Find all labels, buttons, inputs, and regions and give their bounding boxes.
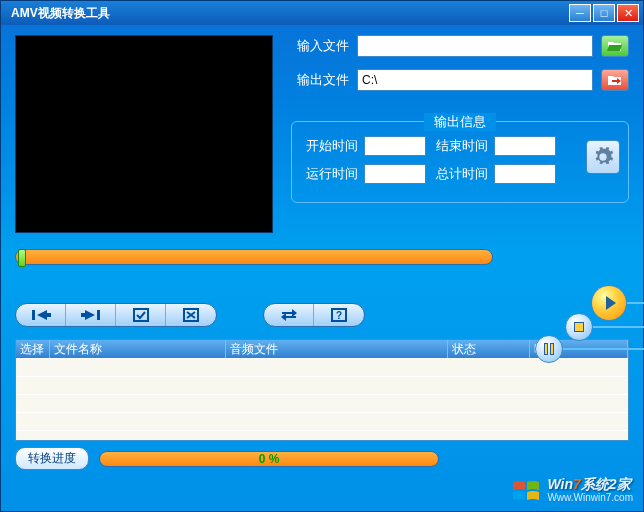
windows-logo-icon [511,479,541,501]
output-info-title: 输出信息 [424,113,496,131]
app-window: AMV视频转换工具 ─ □ ✕ 输入文件 输出文件 [0,0,644,512]
maximize-button[interactable]: □ [593,4,615,22]
stop-icon [574,322,584,332]
window-title: AMV视频转换工具 [11,5,569,22]
content-area: 输入文件 输出文件 输出信息 开始时间 [1,25,643,511]
pause-button[interactable] [535,335,563,363]
info-row-2: 运行时间 总计时间 [302,164,618,184]
folder-arrow-icon [607,74,623,86]
mark-start-button[interactable] [16,304,66,326]
output-file-row: 输出文件 [291,69,629,91]
run-time-label: 运行时间 [302,165,358,183]
browse-input-button[interactable] [601,35,629,57]
action-group: ? [263,303,365,327]
input-file-field[interactable] [357,35,593,57]
browse-output-button[interactable] [601,69,629,91]
play-icon [606,296,616,310]
settings-button[interactable] [586,140,620,174]
help-button[interactable]: ? [314,304,364,326]
mark-end-button[interactable] [66,304,116,326]
end-time-label: 结束时间 [432,137,488,155]
output-info-box: 输出信息 开始时间 结束时间 运行时间 总计时间 [291,121,629,203]
x-box-icon [183,308,199,322]
video-preview [15,35,273,233]
info-row-1: 开始时间 结束时间 [302,136,618,156]
progress-percent: 0 % [259,452,280,466]
uncheck-button[interactable] [166,304,216,326]
output-file-field[interactable] [357,69,593,91]
playback-cluster [525,283,644,363]
decor-line [591,326,644,328]
stop-button[interactable] [565,313,593,341]
top-row: 输入文件 输出文件 输出信息 开始时间 [15,35,629,233]
gear-icon [592,146,614,168]
seek-handle[interactable] [18,249,26,267]
watermark-line2: Www.Winwin7.com [547,492,633,503]
decor-line [561,348,644,350]
minimize-button[interactable]: ─ [569,4,591,22]
input-file-row: 输入文件 [291,35,629,57]
svg-rect-1 [97,310,100,320]
bottom-row: 转换进度 0 % [15,447,629,470]
convert-button[interactable] [264,304,314,326]
col-filename[interactable]: 文件名称 [50,340,226,358]
start-marker-icon [31,309,51,321]
start-time-field[interactable] [364,136,426,156]
watermark-line1: Win7系统2家 [547,477,633,492]
input-file-label: 输入文件 [291,37,349,55]
decor-line [625,302,644,304]
folder-open-icon [607,40,623,52]
total-time-field[interactable] [494,164,556,184]
pause-icon [544,343,554,355]
check-box-icon [133,308,149,322]
mark-group [15,303,217,327]
seek-bar[interactable] [15,249,493,265]
col-audio[interactable]: 音频文件 [226,340,448,358]
end-time-field[interactable] [494,136,556,156]
check-button[interactable] [116,304,166,326]
play-button[interactable] [591,285,627,321]
col-status[interactable]: 状态 [448,340,530,358]
progress-label: 转换进度 [15,447,89,470]
col-select[interactable]: 选择 [16,340,50,358]
help-icon: ? [331,308,347,322]
watermark: Win7系统2家 Www.Winwin7.com [511,477,633,503]
convert-icon [280,308,298,322]
run-time-field[interactable] [364,164,426,184]
titlebar-buttons: ─ □ ✕ [569,4,639,22]
start-time-label: 开始时间 [302,137,358,155]
watermark-text: Win7系统2家 Www.Winwin7.com [547,477,633,503]
output-file-label: 输出文件 [291,71,349,89]
right-column: 输入文件 输出文件 输出信息 开始时间 [291,35,629,233]
svg-rect-2 [134,309,148,321]
close-button[interactable]: ✕ [617,4,639,22]
titlebar: AMV视频转换工具 ─ □ ✕ [1,1,643,25]
total-time-label: 总计时间 [432,165,488,183]
seek-row [15,249,629,265]
svg-text:?: ? [336,310,342,321]
svg-rect-0 [32,310,35,320]
table-body[interactable] [16,358,628,441]
conversion-progress-bar: 0 % [99,451,439,467]
end-marker-icon [81,309,101,321]
